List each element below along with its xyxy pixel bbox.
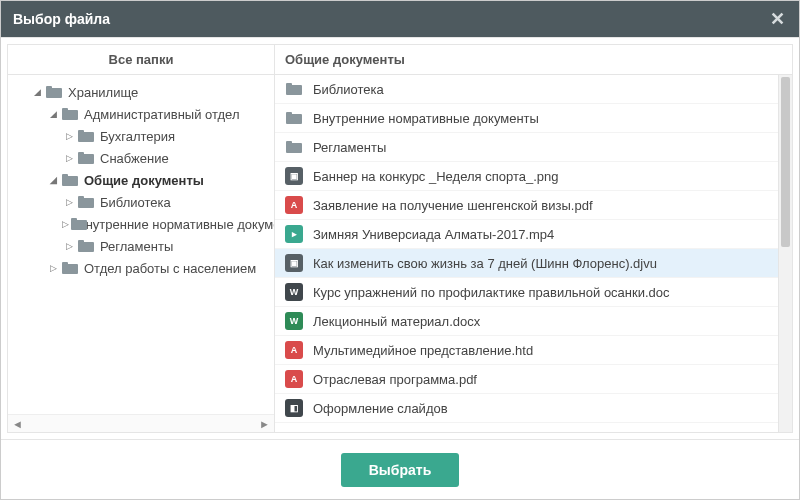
expand-icon[interactable]: ▷ [62, 197, 76, 207]
tree-node-selected[interactable]: ◢Общие документы [8, 169, 274, 191]
file-row[interactable]: AМультимедийное представление.htd [275, 336, 778, 365]
htd-icon: A [285, 341, 303, 359]
file-name: Баннер на конкурс _Неделя спорта_.png [313, 169, 558, 184]
doc-icon: W [285, 283, 303, 301]
dialog-title: Выбор файла [13, 11, 110, 27]
file-select-dialog: Выбор файла ✕ Все папки ◢Хранилище◢Админ… [0, 0, 800, 500]
file-name: Как изменить свою жизнь за 7 дней (Шинн … [313, 256, 657, 271]
folder-icon [78, 240, 94, 252]
tree-node-label: Отдел работы с населением [84, 261, 256, 276]
folder-icon [285, 109, 303, 127]
file-name: Отраслевая программа.pdf [313, 372, 477, 387]
dialog-footer: Выбрать [1, 439, 799, 499]
collapse-icon[interactable]: ◢ [46, 175, 60, 185]
file-name: Зимняя Универсиада Алматы-2017.mp4 [313, 227, 554, 242]
tree-node-label: Бухгалтерия [100, 129, 175, 144]
folder-tree: ◢Хранилище◢Административный отдел▷Бухгал… [8, 75, 274, 414]
expand-icon[interactable]: ▷ [62, 241, 76, 251]
tree-node[interactable]: ▷Снабжение [8, 147, 274, 169]
dialog-body: Все папки ◢Хранилище◢Административный от… [1, 37, 799, 439]
expand-icon[interactable]: ▷ [62, 153, 76, 163]
tree-node-label: Снабжение [100, 151, 169, 166]
img-icon: ▣ [285, 167, 303, 185]
djvu-icon: ▣ [285, 254, 303, 272]
collapse-icon[interactable]: ◢ [46, 109, 60, 119]
file-row[interactable]: WКурс упражнений по профилактике правиль… [275, 278, 778, 307]
file-name: Внутренние номративные документы [313, 111, 539, 126]
tree-node[interactable]: ▷Регламенты [8, 235, 274, 257]
file-list-header: Общие документы [275, 45, 792, 75]
folder-icon [78, 152, 94, 164]
docx-icon: W [285, 312, 303, 330]
close-icon[interactable]: ✕ [767, 9, 787, 29]
pdf-icon: A [285, 196, 303, 214]
file-name: Библиотека [313, 82, 384, 97]
expand-icon[interactable]: ▷ [62, 219, 69, 229]
file-row[interactable]: ▸Зимняя Универсиада Алматы-2017.mp4 [275, 220, 778, 249]
file-name: Курс упражнений по профилактике правильн… [313, 285, 670, 300]
tree-node[interactable]: ▷Отдел работы с населением [8, 257, 274, 279]
folder-icon [46, 86, 62, 98]
file-name: Мультимедийное представление.htd [313, 343, 533, 358]
folder-tree-pane: Все папки ◢Хранилище◢Административный от… [7, 44, 275, 433]
vertical-scrollbar[interactable] [778, 75, 792, 432]
tree-node-label: Внутренние нормативные документы [77, 217, 274, 232]
horizontal-scrollbar[interactable]: ◄ ► [8, 414, 274, 432]
tree-node-label: Регламенты [100, 239, 173, 254]
select-button[interactable]: Выбрать [341, 453, 460, 487]
folder-icon [285, 138, 303, 156]
tree-node[interactable]: ▷Библиотека [8, 191, 274, 213]
folder-icon [285, 80, 303, 98]
file-name: Лекционный материал.docx [313, 314, 480, 329]
scrollbar-thumb[interactable] [781, 77, 790, 247]
titlebar: Выбор файла ✕ [1, 1, 799, 37]
file-name: Оформление слайдов [313, 401, 448, 416]
file-row[interactable]: AЗаявление на получение шенгенской визы.… [275, 191, 778, 220]
folder-icon [62, 262, 78, 274]
collapse-icon[interactable]: ◢ [30, 87, 44, 97]
folder-icon [62, 174, 78, 186]
tree-node-label: Общие документы [84, 173, 204, 188]
file-name: Регламенты [313, 140, 386, 155]
folder-row[interactable]: Библиотека [275, 75, 778, 104]
scroll-left-icon[interactable]: ◄ [12, 418, 23, 430]
pdf-icon: A [285, 370, 303, 388]
tree-node[interactable]: ◢Административный отдел [8, 103, 274, 125]
file-list-pane: Общие документы БиблиотекаВнутренние ном… [275, 44, 793, 433]
folder-row[interactable]: Регламенты [275, 133, 778, 162]
tree-node-label: Библиотека [100, 195, 171, 210]
folder-icon [62, 108, 78, 120]
folder-tree-header: Все папки [8, 45, 274, 75]
tree-node[interactable]: ◢Хранилище [8, 81, 274, 103]
tree-node[interactable]: ▷Бухгалтерия [8, 125, 274, 147]
tree-node-label: Хранилище [68, 85, 138, 100]
folder-icon [78, 196, 94, 208]
expand-icon[interactable]: ▷ [46, 263, 60, 273]
presentation-icon: ◧ [285, 399, 303, 417]
scroll-right-icon[interactable]: ► [259, 418, 270, 430]
file-name: Заявление на получение шенгенской визы.p… [313, 198, 593, 213]
folder-icon [78, 130, 94, 142]
tree-node-label: Административный отдел [84, 107, 239, 122]
vid-icon: ▸ [285, 225, 303, 243]
file-row[interactable]: AОтраслевая программа.pdf [275, 365, 778, 394]
tree-node[interactable]: ▷Внутренние нормативные документы [8, 213, 274, 235]
file-row[interactable]: ▣Как изменить свою жизнь за 7 дней (Шинн… [275, 249, 778, 278]
file-row[interactable]: ▣Баннер на конкурс _Неделя спорта_.png [275, 162, 778, 191]
file-list: БиблиотекаВнутренние номративные докумен… [275, 75, 778, 432]
expand-icon[interactable]: ▷ [62, 131, 76, 141]
file-row[interactable]: ◧Оформление слайдов [275, 394, 778, 423]
file-row[interactable]: WЛекционный материал.docx [275, 307, 778, 336]
folder-row[interactable]: Внутренние номративные документы [275, 104, 778, 133]
